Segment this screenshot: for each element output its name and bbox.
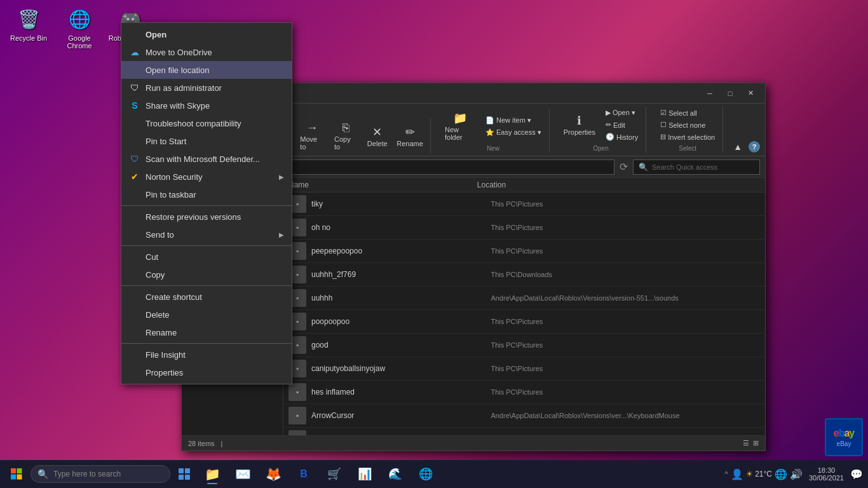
restore-icon — [129, 211, 140, 222]
ribbon-btn-select-all[interactable]: ☑ Select all — [656, 107, 719, 118]
file-row[interactable]: ▪ spicy This PC\Pictures — [283, 428, 765, 435]
svg-rect-4 — [179, 468, 184, 473]
file-count: 28 items — [188, 440, 215, 447]
new-item-icon: 📄 — [485, 116, 494, 125]
volume-tray-icon[interactable]: 🔊 — [790, 468, 803, 480]
file-row[interactable]: ▪ peepeepoopoo This PC\Pictures — [283, 240, 765, 263]
file-row[interactable]: ▪ tiky This PC\Pictures — [283, 193, 765, 216]
context-menu-cut[interactable]: Cut — [121, 248, 292, 266]
file-name: uuhhh_2f769 — [311, 270, 491, 279]
refresh-button[interactable]: ⟳ — [620, 161, 628, 173]
taskbar-app-mail[interactable]: ✉️ — [229, 463, 257, 485]
desktop-icon-recycle-bin[interactable]: 🗑️ Recycle Bin — [6, 6, 51, 50]
taskbar-app-bitwarden[interactable]: B — [290, 463, 318, 485]
recycle-bin-label: Recycle Bin — [10, 34, 47, 42]
ribbon-btn-select-none[interactable]: ☐ Select none — [656, 119, 719, 130]
taskbar-search[interactable]: 🔍 Type here to search — [31, 465, 170, 483]
svg-rect-1 — [17, 468, 22, 473]
location-icon — [129, 64, 140, 76]
clock[interactable]: 18:30 30/06/2021 — [806, 466, 846, 482]
ribbon-btn-properties[interactable]: ℹ Properties — [560, 112, 599, 137]
file-location: This PC\Pictures — [491, 365, 760, 372]
ribbon-btn-edit[interactable]: ✏ Edit — [602, 119, 642, 130]
taskbar-app-explorer[interactable]: 📁 — [198, 463, 226, 485]
taskbar-app-chrome-taskbar[interactable]: 🌐 — [412, 463, 440, 485]
norton-label: Norton Security — [146, 172, 274, 182]
context-menu-share-skype[interactable]: S Share with Skype — [121, 97, 292, 114]
send-to-submenu-arrow: ▶ — [279, 231, 284, 238]
ribbon-row-file-ops: → Move to ⎘ Copy to ✕ Delete ✏ Rename — [296, 120, 426, 152]
norton-submenu-arrow: ▶ — [279, 173, 284, 180]
ebay-widget[interactable]: ebay eBay — [825, 418, 863, 456]
context-menu-file-insight[interactable]: File Insight — [121, 346, 292, 363]
context-menu-pin-start[interactable]: Pin to Start — [121, 132, 292, 150]
send-to-icon — [129, 229, 140, 240]
network-tray-icon[interactable]: 🌐 — [775, 468, 787, 480]
ribbon-btn-delete[interactable]: ✕ Delete — [363, 124, 391, 149]
context-menu-send-to[interactable]: Send to ▶ — [121, 226, 292, 243]
search-box[interactable]: 🔍 Search Quick access — [633, 159, 760, 175]
ribbon-btn-new-folder[interactable]: 📁 New folder — [441, 110, 479, 142]
ribbon-btn-open[interactable]: ▶ Open ▾ — [602, 107, 642, 118]
context-menu-open-location[interactable]: Open file location — [121, 61, 292, 79]
taskbar-app-store[interactable]: 🛒 — [320, 463, 348, 485]
ribbon-help-button[interactable]: ? — [749, 141, 760, 152]
properties-label: Properties — [146, 368, 284, 377]
file-name: poopoopoo — [311, 317, 491, 326]
context-menu-norton[interactable]: ✔ Norton Security ▶ — [121, 168, 292, 186]
desktop-icon-chrome[interactable]: 🌐 Google Chrome — [57, 6, 102, 50]
context-menu-move-onedrive[interactable]: ☁ Move to OneDrive — [121, 43, 292, 61]
context-menu-properties[interactable]: Properties — [121, 363, 292, 381]
context-menu-pin-taskbar[interactable]: Pin to taskbar — [121, 186, 292, 203]
ribbon-btn-rename[interactable]: ✏ Rename — [393, 124, 426, 149]
file-row[interactable]: ▪ ArrowCursor Andre\AppData\Local\Roblox… — [283, 404, 765, 428]
notification-button[interactable]: 💬 — [850, 468, 863, 480]
file-location: Andre\AppData\Local\Roblox\Versions\vers… — [491, 294, 760, 302]
ribbon-group-file-ops: → Move to ⎘ Copy to ✕ Delete ✏ Rename — [292, 119, 431, 153]
minimize-button[interactable]: ─ — [700, 87, 719, 100]
ribbon-btn-move-to[interactable]: → Move to — [296, 120, 328, 152]
context-menu-scan-defender[interactable]: 🛡 Scan with Microsoft Defender... — [121, 150, 292, 168]
start-button[interactable] — [5, 463, 28, 485]
tray-expand-button[interactable]: ^ — [725, 470, 728, 478]
move-to-icon: → — [306, 121, 318, 135]
ribbon-collapse-button[interactable]: ▲ — [729, 140, 746, 153]
task-view-button[interactable] — [173, 463, 196, 485]
ribbon-btn-copy-to[interactable]: ⎘ Copy to — [330, 120, 361, 152]
context-menu-copy[interactable]: Copy — [121, 266, 292, 283]
context-menu-restore-versions[interactable]: Restore previous versions — [121, 208, 292, 226]
context-menu-create-shortcut[interactable]: Create shortcut — [121, 288, 292, 306]
taskbar-app-firefox[interactable]: 🦊 — [259, 463, 287, 485]
file-location: This PC\Pictures — [491, 318, 760, 325]
close-button[interactable]: ✕ — [741, 87, 760, 100]
ribbon-btn-invert-selection[interactable]: ⊟ Invert selection — [656, 132, 719, 142]
header-name: Name — [288, 180, 477, 189]
status-separator: | — [221, 440, 223, 447]
move-onedrive-label: Move to OneDrive — [146, 48, 284, 57]
file-row[interactable]: ▪ good This PC\Pictures — [283, 334, 765, 357]
file-row[interactable]: ▪ hes inflamed This PC\Pictures — [283, 381, 765, 404]
context-menu-delete[interactable]: Delete — [121, 306, 292, 323]
taskbar-app-edge[interactable]: 🌊 — [381, 463, 409, 485]
file-row[interactable]: ▪ uuhhh Andre\AppData\Local\Roblox\Versi… — [283, 287, 765, 310]
file-row[interactable]: ▪ caniputyoballsinyojaw This PC\Pictures — [283, 357, 765, 381]
taskbar-app-unknown1[interactable]: 📊 — [351, 463, 379, 485]
file-row[interactable]: ▪ poopoopoo This PC\Pictures — [283, 310, 765, 334]
context-menu-run-admin[interactable]: 🛡 Run as administrator — [121, 79, 292, 97]
file-row[interactable]: ▪ uuhhh_2f769 This PC\Downloads — [283, 263, 765, 287]
title-bar-buttons: ─ □ ✕ — [700, 87, 760, 100]
open-group-title: Open — [593, 145, 608, 152]
view-grid-icon[interactable]: ⊞ — [753, 439, 759, 447]
file-thumbnail: ▪ — [288, 383, 306, 401]
ribbon-btn-new-item[interactable]: 📄 New item ▾ — [482, 115, 545, 126]
person-icon[interactable]: 👤 — [731, 468, 743, 480]
context-menu-troubleshoot[interactable]: Troubleshoot compatibility — [121, 114, 292, 132]
ribbon-btn-history[interactable]: 🕒 History — [602, 132, 642, 142]
cut-label: Cut — [146, 252, 284, 262]
ribbon-btn-easy-access[interactable]: ⭐ Easy access ▾ — [482, 127, 545, 138]
file-row[interactable]: ▪ oh no This PC\Pictures — [283, 216, 765, 240]
context-menu-open[interactable]: Open — [121, 25, 292, 43]
context-menu-rename[interactable]: Rename — [121, 323, 292, 341]
maximize-button[interactable]: □ — [721, 87, 740, 100]
view-list-icon[interactable]: ☰ — [743, 439, 749, 447]
